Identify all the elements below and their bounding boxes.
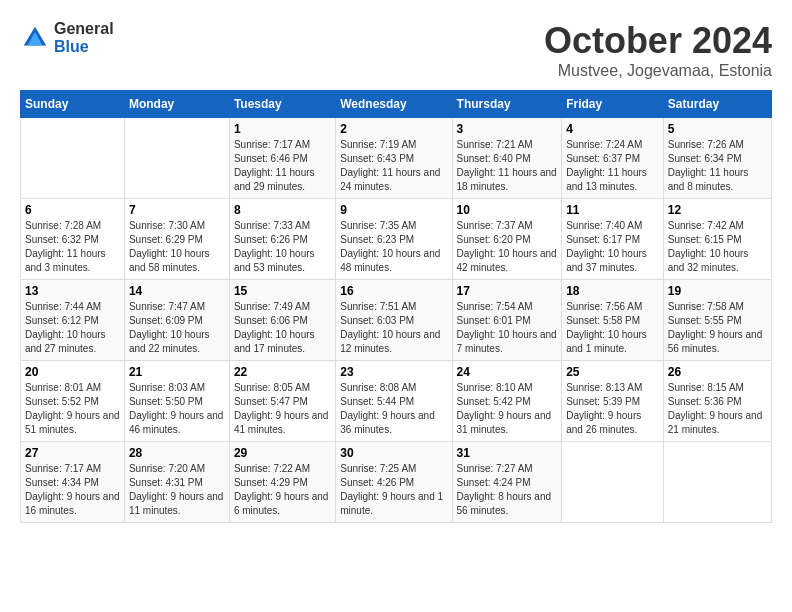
day-info: Sunrise: 7:37 AMSunset: 6:20 PMDaylight:…: [457, 220, 557, 273]
day-info: Sunrise: 7:20 AMSunset: 4:31 PMDaylight:…: [129, 463, 224, 516]
day-info: Sunrise: 8:05 AMSunset: 5:47 PMDaylight:…: [234, 382, 329, 435]
day-info: Sunrise: 8:03 AMSunset: 5:50 PMDaylight:…: [129, 382, 224, 435]
day-number: 1: [234, 122, 331, 136]
day-info: Sunrise: 7:17 AMSunset: 6:46 PMDaylight:…: [234, 139, 315, 192]
calendar-cell: 12 Sunrise: 7:42 AMSunset: 6:15 PMDaylig…: [663, 199, 771, 280]
day-number: 3: [457, 122, 558, 136]
calendar-cell: [124, 118, 229, 199]
calendar-cell: 21 Sunrise: 8:03 AMSunset: 5:50 PMDaylig…: [124, 361, 229, 442]
day-info: Sunrise: 7:25 AMSunset: 4:26 PMDaylight:…: [340, 463, 443, 516]
day-number: 4: [566, 122, 659, 136]
calendar-week-row: 6 Sunrise: 7:28 AMSunset: 6:32 PMDayligh…: [21, 199, 772, 280]
calendar-cell: 8 Sunrise: 7:33 AMSunset: 6:26 PMDayligh…: [229, 199, 335, 280]
calendar-cell: 29 Sunrise: 7:22 AMSunset: 4:29 PMDaylig…: [229, 442, 335, 523]
calendar-cell: 30 Sunrise: 7:25 AMSunset: 4:26 PMDaylig…: [336, 442, 452, 523]
day-info: Sunrise: 7:58 AMSunset: 5:55 PMDaylight:…: [668, 301, 763, 354]
day-number: 29: [234, 446, 331, 460]
day-number: 12: [668, 203, 767, 217]
calendar-cell: [562, 442, 664, 523]
day-number: 17: [457, 284, 558, 298]
calendar-cell: 16 Sunrise: 7:51 AMSunset: 6:03 PMDaylig…: [336, 280, 452, 361]
day-number: 2: [340, 122, 447, 136]
header-day-monday: Monday: [124, 91, 229, 118]
day-number: 24: [457, 365, 558, 379]
day-number: 13: [25, 284, 120, 298]
day-info: Sunrise: 7:27 AMSunset: 4:24 PMDaylight:…: [457, 463, 552, 516]
day-info: Sunrise: 7:49 AMSunset: 6:06 PMDaylight:…: [234, 301, 315, 354]
day-info: Sunrise: 8:01 AMSunset: 5:52 PMDaylight:…: [25, 382, 120, 435]
day-number: 9: [340, 203, 447, 217]
day-info: Sunrise: 7:17 AMSunset: 4:34 PMDaylight:…: [25, 463, 120, 516]
calendar-cell: 7 Sunrise: 7:30 AMSunset: 6:29 PMDayligh…: [124, 199, 229, 280]
day-number: 26: [668, 365, 767, 379]
day-number: 23: [340, 365, 447, 379]
day-number: 21: [129, 365, 225, 379]
calendar-cell: 18 Sunrise: 7:56 AMSunset: 5:58 PMDaylig…: [562, 280, 664, 361]
day-info: Sunrise: 7:33 AMSunset: 6:26 PMDaylight:…: [234, 220, 315, 273]
calendar-cell: 27 Sunrise: 7:17 AMSunset: 4:34 PMDaylig…: [21, 442, 125, 523]
header-day-wednesday: Wednesday: [336, 91, 452, 118]
day-info: Sunrise: 7:54 AMSunset: 6:01 PMDaylight:…: [457, 301, 557, 354]
calendar-cell: 20 Sunrise: 8:01 AMSunset: 5:52 PMDaylig…: [21, 361, 125, 442]
calendar-cell: 2 Sunrise: 7:19 AMSunset: 6:43 PMDayligh…: [336, 118, 452, 199]
day-number: 25: [566, 365, 659, 379]
day-info: Sunrise: 7:30 AMSunset: 6:29 PMDaylight:…: [129, 220, 210, 273]
calendar-cell: 31 Sunrise: 7:27 AMSunset: 4:24 PMDaylig…: [452, 442, 562, 523]
day-info: Sunrise: 7:26 AMSunset: 6:34 PMDaylight:…: [668, 139, 749, 192]
calendar-cell: 10 Sunrise: 7:37 AMSunset: 6:20 PMDaylig…: [452, 199, 562, 280]
day-info: Sunrise: 7:47 AMSunset: 6:09 PMDaylight:…: [129, 301, 210, 354]
title-section: October 2024 Mustvee, Jogevamaa, Estonia: [544, 20, 772, 80]
calendar-week-row: 1 Sunrise: 7:17 AMSunset: 6:46 PMDayligh…: [21, 118, 772, 199]
day-info: Sunrise: 7:42 AMSunset: 6:15 PMDaylight:…: [668, 220, 749, 273]
calendar-cell: 4 Sunrise: 7:24 AMSunset: 6:37 PMDayligh…: [562, 118, 664, 199]
header: General Blue October 2024 Mustvee, Jogev…: [20, 20, 772, 80]
logo-blue-text: Blue: [54, 38, 114, 56]
logo: General Blue: [20, 20, 114, 55]
logo-text: General Blue: [54, 20, 114, 55]
calendar-cell: 14 Sunrise: 7:47 AMSunset: 6:09 PMDaylig…: [124, 280, 229, 361]
calendar-cell: 25 Sunrise: 8:13 AMSunset: 5:39 PMDaylig…: [562, 361, 664, 442]
day-info: Sunrise: 7:56 AMSunset: 5:58 PMDaylight:…: [566, 301, 647, 354]
subtitle: Mustvee, Jogevamaa, Estonia: [544, 62, 772, 80]
calendar-cell: 3 Sunrise: 7:21 AMSunset: 6:40 PMDayligh…: [452, 118, 562, 199]
day-info: Sunrise: 7:22 AMSunset: 4:29 PMDaylight:…: [234, 463, 329, 516]
day-number: 8: [234, 203, 331, 217]
header-day-thursday: Thursday: [452, 91, 562, 118]
day-info: Sunrise: 7:35 AMSunset: 6:23 PMDaylight:…: [340, 220, 440, 273]
calendar-cell: 19 Sunrise: 7:58 AMSunset: 5:55 PMDaylig…: [663, 280, 771, 361]
day-number: 16: [340, 284, 447, 298]
day-number: 22: [234, 365, 331, 379]
day-number: 5: [668, 122, 767, 136]
calendar-cell: 24 Sunrise: 8:10 AMSunset: 5:42 PMDaylig…: [452, 361, 562, 442]
day-info: Sunrise: 8:15 AMSunset: 5:36 PMDaylight:…: [668, 382, 763, 435]
day-number: 18: [566, 284, 659, 298]
day-info: Sunrise: 7:28 AMSunset: 6:32 PMDaylight:…: [25, 220, 106, 273]
day-info: Sunrise: 8:08 AMSunset: 5:44 PMDaylight:…: [340, 382, 435, 435]
day-info: Sunrise: 7:19 AMSunset: 6:43 PMDaylight:…: [340, 139, 440, 192]
day-number: 6: [25, 203, 120, 217]
calendar-cell: 15 Sunrise: 7:49 AMSunset: 6:06 PMDaylig…: [229, 280, 335, 361]
main-title: October 2024: [544, 20, 772, 62]
calendar-cell: 5 Sunrise: 7:26 AMSunset: 6:34 PMDayligh…: [663, 118, 771, 199]
day-info: Sunrise: 7:44 AMSunset: 6:12 PMDaylight:…: [25, 301, 106, 354]
calendar-cell: [663, 442, 771, 523]
header-day-saturday: Saturday: [663, 91, 771, 118]
logo-icon: [20, 23, 50, 53]
calendar-cell: 17 Sunrise: 7:54 AMSunset: 6:01 PMDaylig…: [452, 280, 562, 361]
day-info: Sunrise: 7:24 AMSunset: 6:37 PMDaylight:…: [566, 139, 647, 192]
header-day-tuesday: Tuesday: [229, 91, 335, 118]
day-number: 19: [668, 284, 767, 298]
calendar-cell: 22 Sunrise: 8:05 AMSunset: 5:47 PMDaylig…: [229, 361, 335, 442]
day-info: Sunrise: 8:10 AMSunset: 5:42 PMDaylight:…: [457, 382, 552, 435]
calendar-cell: 13 Sunrise: 7:44 AMSunset: 6:12 PMDaylig…: [21, 280, 125, 361]
day-info: Sunrise: 7:40 AMSunset: 6:17 PMDaylight:…: [566, 220, 647, 273]
calendar-cell: 28 Sunrise: 7:20 AMSunset: 4:31 PMDaylig…: [124, 442, 229, 523]
day-info: Sunrise: 8:13 AMSunset: 5:39 PMDaylight:…: [566, 382, 642, 435]
calendar-week-row: 13 Sunrise: 7:44 AMSunset: 6:12 PMDaylig…: [21, 280, 772, 361]
calendar-cell: 6 Sunrise: 7:28 AMSunset: 6:32 PMDayligh…: [21, 199, 125, 280]
day-number: 15: [234, 284, 331, 298]
day-number: 10: [457, 203, 558, 217]
day-number: 20: [25, 365, 120, 379]
calendar-table: SundayMondayTuesdayWednesdayThursdayFrid…: [20, 90, 772, 523]
calendar-cell: 23 Sunrise: 8:08 AMSunset: 5:44 PMDaylig…: [336, 361, 452, 442]
